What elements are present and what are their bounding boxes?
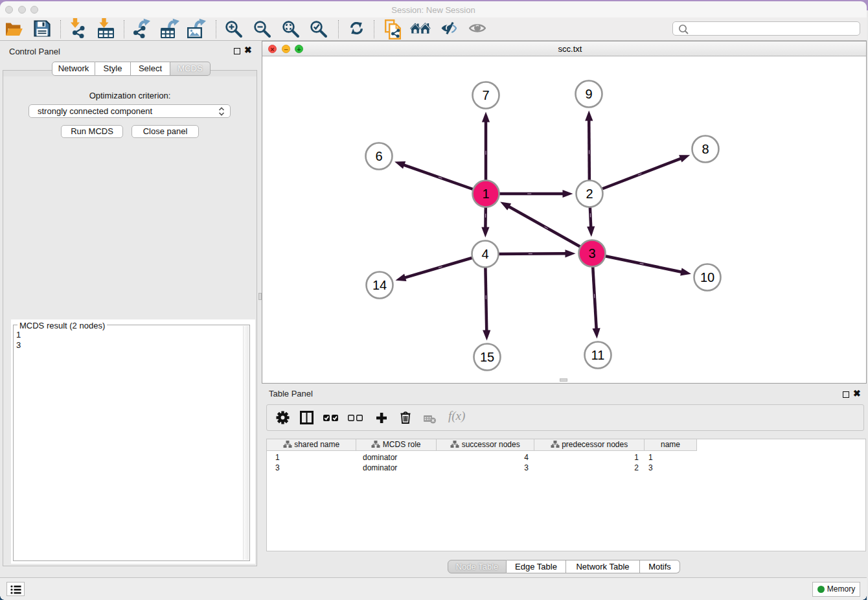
svg-text:4: 4 xyxy=(481,247,488,261)
svg-text:7: 7 xyxy=(482,88,489,102)
svg-text:3: 3 xyxy=(588,246,595,260)
svg-text:2: 2 xyxy=(586,187,593,201)
svg-text:1: 1 xyxy=(482,187,489,201)
svg-text:11: 11 xyxy=(591,348,605,362)
svg-text:14: 14 xyxy=(372,278,387,292)
svg-text:9: 9 xyxy=(585,87,592,101)
svg-text:6: 6 xyxy=(375,149,382,163)
svg-text:8: 8 xyxy=(702,142,709,156)
svg-text:15: 15 xyxy=(480,350,494,364)
svg-text:10: 10 xyxy=(700,270,714,284)
